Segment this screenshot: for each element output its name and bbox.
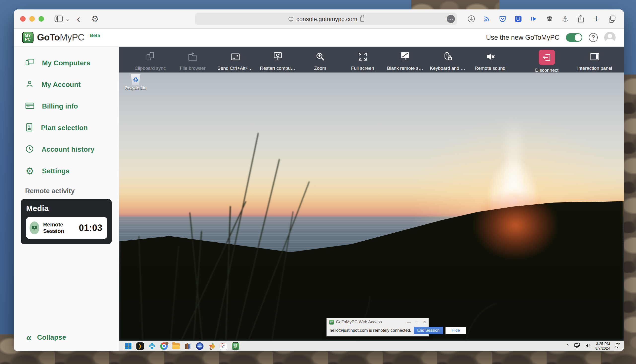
computers-icon bbox=[25, 58, 35, 68]
collapse-sidebar-button[interactable]: « Collapse bbox=[14, 334, 119, 351]
session-label: Remote Session bbox=[43, 222, 75, 234]
toolbar-full-screen[interactable]: Full screen bbox=[341, 50, 384, 71]
sidebar-item-my-account[interactable]: My Account bbox=[14, 74, 119, 95]
remote-session-pane: Clipboard sync File browser bbox=[119, 47, 624, 351]
download-icon[interactable] bbox=[467, 14, 476, 23]
kodi-icon[interactable] bbox=[148, 342, 156, 350]
minimize-window-button[interactable] bbox=[29, 16, 35, 22]
plex-icon[interactable]: ❯ bbox=[136, 342, 144, 350]
media-card-title: Media bbox=[26, 204, 107, 213]
toolbar-zoom[interactable]: Zoom bbox=[299, 50, 341, 71]
help-icon[interactable]: ? bbox=[589, 33, 598, 42]
toolbar-keyboard-mouse-lock[interactable]: Keyboard and … bbox=[426, 50, 469, 71]
pocket-icon[interactable] bbox=[498, 14, 507, 23]
interaction-panel-icon bbox=[589, 50, 600, 63]
sidebar-item-settings[interactable]: ⚙ Settings bbox=[14, 160, 119, 182]
browser-settings-icon[interactable]: ⚙ bbox=[91, 14, 99, 24]
logo-wordmark: GoToMyPC bbox=[37, 32, 85, 43]
windows-start-icon[interactable] bbox=[124, 342, 132, 350]
end-session-button[interactable]: End Session bbox=[414, 327, 443, 334]
sidebar-item-plan-selection[interactable]: $ Plan selection bbox=[14, 117, 119, 138]
dialog-close-button[interactable]: ✕ bbox=[423, 320, 426, 324]
browser-toolbar: ⌄ ‹ ⚙ console.gotomypc.com ⋯ bbox=[14, 10, 624, 28]
sidebar-toggle-icon[interactable] bbox=[55, 16, 63, 22]
remote-session-row[interactable]: Remote Session 01:03 bbox=[26, 217, 107, 239]
sound-muted-icon bbox=[485, 50, 495, 63]
restart-computer-icon bbox=[273, 50, 283, 63]
share-icon[interactable] bbox=[576, 14, 585, 23]
snipping-tool-icon[interactable]: ✂ bbox=[219, 342, 228, 350]
remote-desktop[interactable]: ♻ Recycle Bin PC GoToMyPC Web Access — □… bbox=[119, 72, 624, 341]
dialog-maximize-button[interactable]: □ bbox=[416, 320, 418, 324]
recycle-bin-label: Recycle Bin bbox=[125, 86, 146, 90]
stream-icon[interactable] bbox=[529, 14, 538, 23]
traffic-lights bbox=[20, 16, 44, 22]
logo-word-bold: GoTo bbox=[37, 32, 60, 42]
toolbar-interaction-panel[interactable]: Interaction panel bbox=[572, 50, 617, 71]
toolbar-disconnect[interactable]: Disconnect bbox=[522, 50, 572, 73]
session-duration: 01:03 bbox=[79, 223, 102, 233]
page-options-button[interactable]: ⋯ bbox=[447, 15, 455, 23]
close-window-button[interactable] bbox=[20, 16, 26, 22]
new-gotomypc-toggle[interactable] bbox=[566, 33, 582, 42]
dialog-minimize-button[interactable]: — bbox=[407, 320, 411, 324]
chrome-icon[interactable] bbox=[160, 342, 168, 350]
address-bar[interactable]: console.gotomypc.com ⋯ bbox=[195, 13, 457, 25]
sidebar-item-account-history[interactable]: Account history bbox=[14, 138, 119, 160]
gear-icon: ⚙ bbox=[25, 166, 35, 176]
session-toolbar: Clipboard sync File browser bbox=[119, 47, 624, 72]
hide-button[interactable]: Hide bbox=[445, 327, 466, 334]
bitwarden-icon[interactable] bbox=[514, 14, 523, 23]
clock-icon bbox=[25, 144, 34, 154]
sidebar-item-label: Settings bbox=[42, 167, 69, 175]
send-keys-icon bbox=[230, 50, 241, 63]
svg-text:$: $ bbox=[28, 124, 30, 128]
toolbar-blank-remote-screen[interactable]: Blank remote s… bbox=[384, 50, 426, 71]
gotomypc-logo: MY PC GoToMyPC Beta bbox=[22, 32, 100, 43]
toolbar-clipboard-sync[interactable]: Clipboard sync bbox=[129, 50, 171, 71]
handbrake-icon[interactable] bbox=[207, 342, 216, 350]
web-access-dialog: PC GoToMyPC Web Access — □ ✕ hello@justi… bbox=[326, 318, 429, 336]
tray-clock[interactable]: 3:25 PM 8/7/2024 bbox=[595, 342, 610, 351]
app-header: MY PC GoToMyPC Beta Use the new GoToMyPC… bbox=[14, 28, 624, 47]
blank-screen-icon bbox=[400, 50, 410, 63]
toolbar-restart-computer[interactable]: Restart compu… bbox=[256, 50, 299, 71]
collapse-chevrons-icon: « bbox=[26, 334, 32, 342]
sidebar-item-label: My Account bbox=[42, 81, 81, 89]
toolbar-label: Remote sound bbox=[475, 66, 505, 71]
sidebar-item-label: Plan selection bbox=[41, 124, 88, 132]
media-player-icon[interactable]: MOV bbox=[196, 342, 204, 350]
toolbar-file-browser[interactable]: File browser bbox=[171, 50, 214, 71]
paw-icon[interactable] bbox=[545, 14, 554, 23]
wallpaper-grass bbox=[119, 72, 624, 341]
file-explorer-icon[interactable] bbox=[172, 342, 180, 350]
sidebar-item-label: My Computers bbox=[42, 59, 90, 67]
gotomypc-icon[interactable]: MY PC bbox=[231, 342, 240, 350]
avatar[interactable] bbox=[604, 32, 616, 43]
tray-notifications-icon[interactable]: z bbox=[614, 342, 620, 350]
tab-overview-icon[interactable] bbox=[608, 14, 617, 23]
sidebar-item-my-computers[interactable]: My Computers bbox=[14, 52, 119, 74]
tray-network-icon[interactable] bbox=[574, 343, 580, 350]
calibre-icon[interactable] bbox=[184, 342, 192, 350]
recycle-bin[interactable]: ♻ Recycle Bin bbox=[125, 74, 147, 90]
sidebar-item-billing-info[interactable]: Billing info bbox=[14, 95, 119, 117]
logo-badge-top: MY bbox=[25, 34, 31, 38]
windows-taskbar: ❯ bbox=[119, 341, 624, 351]
zoom-window-button[interactable] bbox=[39, 16, 44, 22]
dialog-titlebar[interactable]: PC GoToMyPC Web Access — □ ✕ bbox=[327, 318, 429, 326]
toolbar-label: Interaction panel bbox=[577, 66, 612, 71]
rss-icon[interactable] bbox=[482, 14, 491, 23]
anchor-icon[interactable]: ⚓ bbox=[561, 14, 570, 23]
toolbar-remote-sound[interactable]: Remote sound bbox=[469, 50, 511, 71]
collapse-label: Collapse bbox=[37, 334, 66, 342]
url-text: console.gotomypc.com bbox=[296, 16, 357, 22]
chevron-down-icon[interactable]: ⌄ bbox=[65, 15, 70, 23]
toolbar-send-ctrl-alt-del[interactable]: Send Ctrl+Alt+… bbox=[214, 50, 256, 71]
new-tab-icon[interactable]: + bbox=[592, 14, 601, 23]
tray-volume-icon[interactable] bbox=[585, 343, 591, 349]
toolbar-label: Zoom bbox=[314, 66, 326, 71]
svg-text:z: z bbox=[619, 343, 620, 345]
remote-activity-heading: Remote activity bbox=[25, 187, 119, 195]
tray-expand-icon[interactable]: ⌃ bbox=[566, 343, 570, 349]
